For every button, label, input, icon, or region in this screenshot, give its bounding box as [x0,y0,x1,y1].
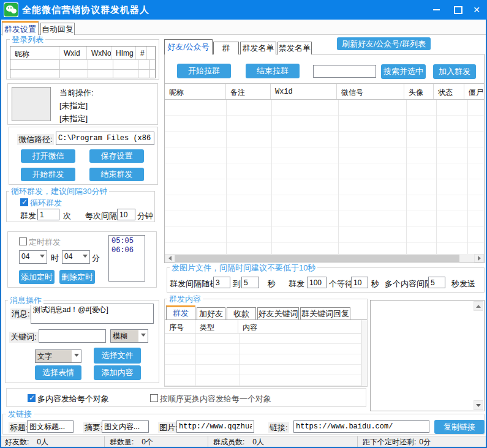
save-settings-button[interactable]: 保存设置 [89,149,144,163]
current-op-account1: [未指定] [59,100,88,111]
scroll-right-button[interactable] [474,254,484,263]
timer-list-item[interactable]: 05:05 [111,237,142,246]
chevron-down-icon [138,330,148,342]
select-emoji-button[interactable]: 选择表情 [35,365,81,380]
send-link-title: 发链接 [6,409,34,419]
login-col-wxid: Wxid [59,47,87,59]
maximize-button[interactable] [449,0,467,20]
status-friends: 好友数: 0人 [0,436,105,447]
content-type-select[interactable]: 文字 [35,349,81,363]
log-textarea[interactable] [370,300,485,411]
hour-label: 时 [51,253,59,264]
interval-to-input[interactable] [241,277,259,288]
seconds-label-1: 秒 [268,278,276,289]
loop-count-input[interactable] [37,209,59,220]
horizontal-scrollbar[interactable] [165,254,484,263]
timer-list-item[interactable]: 06:06 [111,246,142,255]
tab-send-list[interactable]: 群发名单 [240,42,276,54]
match-mode-select[interactable]: 模糊 [110,329,148,343]
open-wechat-button[interactable]: 打开微信 [21,149,75,163]
sequential-checkbox[interactable] [150,394,158,402]
login-table-body[interactable] [10,60,155,78]
friends-table: 昵称 备注 Wxid 微信号 头像 状态 僵尸 [165,83,484,254]
login-table: 昵称 Wxid WxNo HImg # [10,46,156,78]
members-count-value: 0人 [252,437,264,447]
scroll-left-button[interactable] [165,254,175,263]
timer-send-checkbox[interactable] [19,237,27,245]
link-url-input[interactable] [293,420,429,433]
login-col-nickname: 昵称 [10,47,59,59]
window-title: 全能微信营销协议群发机器人 [22,4,149,16]
multi-interval-input[interactable] [428,277,445,288]
message-textarea[interactable]: 测试消息ad！@#[爱心] [31,304,154,324]
tab-groups[interactable]: 群 [213,42,239,54]
content-table-body[interactable] [165,334,361,386]
content-table-scrollbar[interactable] [361,320,367,386]
close-button[interactable] [467,0,486,20]
log-scroll-up-button[interactable] [474,301,483,311]
status-members: 群成员数: 0人 [208,436,358,447]
tab-auto-reply[interactable]: 自动回复 [40,23,75,35]
wechat-path-input[interactable] [56,132,154,145]
tab-ban-list[interactable]: 禁发名单 [277,42,312,54]
loop-interval-input[interactable] [117,209,135,220]
link-summary-input[interactable] [102,420,149,433]
batch-count-input[interactable] [307,277,327,288]
minute-select[interactable]: 04 [62,250,90,264]
scrollbar-thumb[interactable] [175,255,459,262]
wechat-path-label: 微信路径: [17,134,54,145]
keyword-input[interactable] [39,329,106,343]
status-groups: 群数量: 0个 [105,436,208,447]
link-title-input[interactable] [27,420,74,433]
wait-input[interactable] [351,277,368,288]
start-send-button[interactable]: 开始群发 [21,168,75,181]
minute-value: 04 [62,251,80,263]
wechat-app-icon [4,2,18,17]
delete-timer-button[interactable]: 删除定时 [59,270,95,284]
tab-payment[interactable]: 收款 [227,307,256,319]
end-send-button[interactable]: 结束群发 [89,168,144,181]
timer-list[interactable]: 05:05 06:06 [108,235,145,282]
message-op-title: 消息操作 [8,296,43,305]
send-options-panel: 多内容发给每个对象 按顺序更换内容发给每一个对象 [6,388,366,407]
copy-link-button[interactable]: 复制链接 [434,420,485,434]
tab-friends-public[interactable]: 好友/公众号 [164,39,213,54]
seconds-send-label: 秒发送 [451,278,475,289]
link-image-label: 图片: [158,422,179,433]
hour-select[interactable]: 04 [19,250,47,264]
friends-count-value: 0人 [37,437,48,447]
tab-content-send[interactable]: 群发 [166,305,195,319]
loop-count-suffix: 次 [63,211,71,222]
friends-table-body[interactable] [165,100,484,254]
batch-send-label: 群发 [289,278,304,289]
multi-content-checkbox[interactable] [28,394,36,402]
tab-group-keyword-reply[interactable]: 群关键词回复 [300,307,350,319]
tab-send-settings[interactable]: 群发设置 [2,21,39,35]
tab-friend-keyword[interactable]: 好友关键词 [257,307,299,319]
col-remark: 备注 [226,84,271,99]
join-send-button[interactable]: 加入群发 [433,64,476,79]
random-interval-label: 群发间隔随机 [170,278,217,289]
log-scroll-down-button[interactable] [474,400,483,410]
content-table: 序号 类型 内容 [165,320,361,386]
groups-count-label: 群数量: [110,437,134,447]
wait-label: 个等待 [329,278,353,289]
add-timer-button[interactable]: 添加定时 [19,270,55,284]
loop-send-group: 循环群发，建议间隔30分钟 循环群发 群发 次 每次间隔 分钟 [6,191,155,222]
loop-interval-prefix: 每次间隔 [85,211,117,222]
refresh-list-button[interactable]: 刷新好友/公众号/群列表 [337,37,431,50]
search-input[interactable] [313,65,376,78]
search-select-button[interactable]: 搜索并选中 [381,64,426,79]
start-pull-group-button[interactable]: 开始拉群 [177,64,231,78]
add-content-button[interactable]: 添加内容 [94,365,141,380]
select-file-button[interactable]: 选择文件 [94,348,141,364]
link-image-input[interactable] [176,420,254,433]
link-url-label: 链接: [268,422,289,433]
wechat-icon [4,3,18,17]
loop-send-checkbox[interactable] [20,198,28,206]
tab-add-friend[interactable]: 加好友 [197,307,225,319]
match-mode-value: 模糊 [111,330,138,342]
interval-from-input[interactable] [213,277,230,288]
end-pull-group-button[interactable]: 结束拉群 [246,64,300,78]
minimize-button[interactable] [427,0,445,20]
